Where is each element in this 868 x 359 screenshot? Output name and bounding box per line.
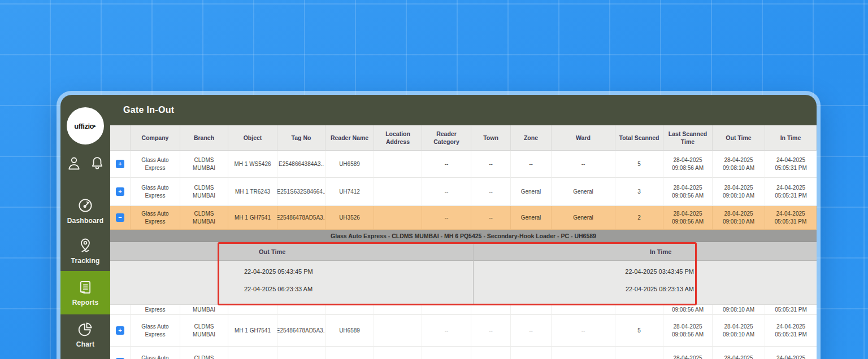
cell-location-address xyxy=(374,315,422,347)
cell-location-address xyxy=(374,206,422,230)
cell-object: MH 1 GH7541 xyxy=(228,347,277,359)
cell-object xyxy=(228,305,277,315)
header-expand xyxy=(110,125,131,151)
cell-company: Glass Auto Express xyxy=(131,151,180,178)
table-row: + Glass Auto Express CLDMS MUMBAI MH 1 T… xyxy=(110,178,817,206)
table-row: + Glass Auto Express CLDMS MUMBAI MH 1 W… xyxy=(110,151,817,178)
details-row: 22-04-2025 05:43:45 PM 22-04-2025 03:43:… xyxy=(110,268,817,281)
details-out-time-header: Out Time xyxy=(259,242,285,261)
cell-total-scanned: 5 xyxy=(615,347,663,359)
cell-company: Glass Auto Express xyxy=(131,178,180,206)
page-title: Gate In-Out xyxy=(123,105,174,115)
cell-branch: CLDMS MUMBAI xyxy=(180,206,228,230)
cell-zone: -- xyxy=(511,151,552,178)
cell-branch: MUMBAI xyxy=(180,305,228,315)
cell-reader-category: -- xyxy=(422,151,471,178)
cell-tag-no: E25486478AD5A3.. xyxy=(277,347,326,359)
cell-company: Glass Auto Express xyxy=(131,315,180,347)
sidebar-item-label: Reports xyxy=(72,299,99,307)
logo-text: uffizio xyxy=(74,122,94,130)
cell-reader-category: -- xyxy=(422,347,471,359)
cell-branch: CLDMS MUMBAI xyxy=(180,347,228,359)
header-object: Object xyxy=(228,125,277,151)
expand-cell: + xyxy=(110,151,131,178)
details-in-time-value: 22-04-2025 03:43:45 PM xyxy=(625,268,694,275)
cell-in-time: 24-04-2025 05:05:31 PM xyxy=(765,206,817,230)
cell-reader-category: -- xyxy=(422,315,471,347)
sidebar-item-reports[interactable]: Reports xyxy=(60,271,110,314)
cell-total-scanned: 3 xyxy=(615,178,663,206)
collapse-button[interactable]: − xyxy=(116,213,124,222)
cell-location-address xyxy=(374,151,422,178)
table-row-expanded: − Glass Auto Express CLDMS MUMBAI MH 1 G… xyxy=(110,206,817,230)
gate-in-out-table: Company Branch Object Tag No Reader Name… xyxy=(110,125,817,359)
sidebar: uffizio➤ Dashboard Tracking Reports xyxy=(60,95,110,359)
expanded-details-panel: Out Time In Time 22-04-2025 05:43:45 PM … xyxy=(110,242,817,305)
cell-object: MH 1 TR6243 xyxy=(228,178,277,206)
details-header-row: Out Time In Time xyxy=(110,242,817,261)
cell-last-scanned-time: 28-04-2025 09:08:56 AM xyxy=(663,206,713,230)
sidebar-item-tracking[interactable]: Tracking xyxy=(60,231,110,271)
cell-object: MH 1 WS5426 xyxy=(228,151,277,178)
details-out-time-value: 22-04-2025 05:43:45 PM xyxy=(244,268,313,275)
sidebar-nav: Dashboard Tracking Reports Chart xyxy=(60,191,110,354)
sidebar-item-dashboard[interactable]: Dashboard xyxy=(60,191,110,231)
cell-town: -- xyxy=(471,347,511,359)
cell-ward: -- xyxy=(552,315,615,347)
cell-in-time: 05:05:31 PM xyxy=(765,305,817,315)
cell-last-scanned-time: 28-04-2025 09:08:56 AM xyxy=(663,347,713,359)
sidebar-item-chart[interactable]: Chart xyxy=(60,314,110,354)
cell-branch: CLDMS MUMBAI xyxy=(180,178,228,206)
user-icon[interactable] xyxy=(66,155,82,171)
cell-ward: -- xyxy=(552,151,615,178)
details-column-divider xyxy=(473,242,474,304)
expand-button[interactable]: + xyxy=(116,187,124,196)
header-branch: Branch xyxy=(180,125,228,151)
expand-cell: + xyxy=(110,347,131,359)
header-reader-name: Reader Name xyxy=(326,125,374,151)
expand-button[interactable]: + xyxy=(116,326,124,335)
cell-out-time: 09:08:10 AM xyxy=(713,305,765,315)
pie-chart-icon xyxy=(77,321,94,338)
cell-tag-no xyxy=(277,305,326,315)
header-ward: Ward xyxy=(552,125,615,151)
details-in-time-value: 22-04-2025 08:23:13 AM xyxy=(626,286,694,292)
uffizio-logo: uffizio➤ xyxy=(67,107,104,145)
header-tag-no: Tag No xyxy=(277,125,326,151)
app-window: uffizio➤ Dashboard Tracking Reports xyxy=(57,91,821,359)
cell-tag-no: E2548664384A3.. xyxy=(277,151,326,178)
cell-ward: General xyxy=(552,178,615,206)
details-row: 22-04-2025 06:23:33 AM 22-04-2025 08:23:… xyxy=(110,286,817,298)
expand-button[interactable]: + xyxy=(116,160,124,168)
header-location-address: Location Address xyxy=(374,125,422,151)
sidebar-item-label: Tracking xyxy=(71,257,100,265)
cell-tag-no: E25486478AD5A3.. xyxy=(277,315,326,347)
cell-reader-category xyxy=(422,305,471,315)
header-company: Company xyxy=(131,125,180,151)
bell-icon[interactable] xyxy=(89,155,105,171)
cell-reader-name: UH7412 xyxy=(326,178,374,206)
cell-in-time: 24-04-2025 05:05:31 PM xyxy=(765,347,817,359)
cell-branch: CLDMS MUMBAI xyxy=(180,315,228,347)
details-out-time-value: 22-04-2025 06:23:33 AM xyxy=(244,286,313,292)
cell-ward xyxy=(552,305,615,315)
expand-cell: − xyxy=(110,206,131,230)
logo-arrow-icon: ➤ xyxy=(93,124,97,129)
cell-in-time: 24-04-2025 05:05:31 PM xyxy=(765,315,817,347)
cell-reader-name: UH6589 xyxy=(326,315,374,347)
cell-out-time: 28-04-2025 09:08:10 AM xyxy=(713,347,765,359)
header-bar: Gate In-Out xyxy=(110,95,817,125)
cell-last-scanned-time: 28-04-2025 09:08:56 AM xyxy=(663,178,713,206)
cell-object: MH 1 GH7541 xyxy=(228,206,277,230)
cell-location-address xyxy=(374,178,422,206)
cell-reader-name: UH3526 xyxy=(326,206,374,230)
header-out-time: Out Time xyxy=(713,125,765,151)
report-doc-icon xyxy=(77,279,94,296)
cell-total-scanned: 5 xyxy=(615,151,663,178)
table-header-row: Company Branch Object Tag No Reader Name… xyxy=(110,125,817,151)
cell-out-time: 28-04-2025 09:08:10 AM xyxy=(713,151,765,178)
cell-tag-no: E25486478AD5A3.. xyxy=(277,206,326,230)
cell-town: -- xyxy=(471,315,511,347)
sidebar-item-label: Chart xyxy=(76,340,94,348)
cell-total-scanned xyxy=(615,305,663,315)
